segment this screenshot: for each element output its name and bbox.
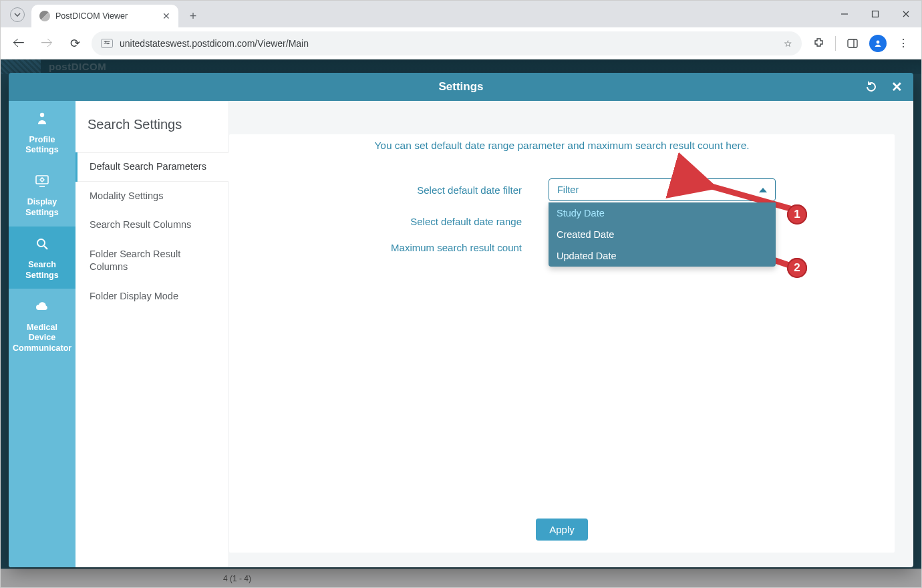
modal-body: Profile Settings Display Settings Search… [9,101,913,567]
annotation-marker-1: 1 [787,204,807,225]
address-bar[interactable]: unitedstateswest.postdicom.com/Viewer/Ma… [92,31,802,55]
modal-title: Settings [438,80,483,94]
person-icon [13,110,71,131]
annotation-marker-2: 2 [787,258,807,278]
svg-point-9 [40,113,44,117]
window-maximize-button[interactable] [860,1,891,27]
bookmark-star-icon[interactable]: ☆ [784,38,792,49]
svg-point-11 [41,178,43,181]
section-item-folder-display[interactable]: Folder Display Mode [75,282,228,311]
toolbar-divider [835,36,836,51]
modal-header: Settings ✕ [9,73,913,101]
svg-line-14 [44,246,47,249]
svg-point-4 [105,41,106,42]
browser-window: PostDICOM Viewer ✕ + 🡠 🡢 ⟳ unitedstatesw… [0,0,922,588]
option-updated-date[interactable]: Updated Date [549,245,776,267]
sidebar-label: Medical Device Communicator [13,323,71,353]
label-max-count: Maximum search result count [348,242,522,253]
settings-modal: Settings ✕ Profile Settings Display Sett… [9,73,913,567]
search-icon [13,236,71,257]
window-minimize-button[interactable] [829,1,860,27]
cloud-icon [13,298,71,319]
nav-forward-button[interactable]: 🡢 [35,32,58,55]
svg-point-8 [877,40,880,43]
sidebar-label: Profile Settings [25,135,58,155]
sidebar-label: Search Settings [25,260,58,280]
section-item-result-columns[interactable]: Search Result Columns [75,210,228,240]
window-close-button[interactable] [891,1,921,27]
settings-main-panel: You can set default date range parameter… [229,134,895,553]
svg-rect-6 [848,39,857,47]
section-item-folder-columns[interactable]: Folder Search Result Columns [75,240,228,282]
favicon [39,11,50,21]
label-date-range: Select default date range [348,216,522,227]
svg-point-13 [37,239,45,247]
nav-reload-button[interactable]: ⟳ [63,32,86,55]
section-column: Search Settings Default Search Parameter… [75,101,229,567]
browser-tab[interactable]: PostDICOM Viewer ✕ [31,5,178,27]
select-date-filter-field[interactable]: Filter [549,178,776,201]
select-date-filter-dropdown: Study Date Created Date Updated Date [549,202,776,267]
tabs-dropdown-button[interactable] [10,7,25,22]
modal-close-button[interactable]: ✕ [883,73,911,101]
sidebar-item-display[interactable]: Display Settings [9,164,75,227]
tab-close-icon[interactable]: ✕ [162,11,170,21]
section-item-modality[interactable]: Modality Settings [75,182,228,211]
browser-menu-button[interactable]: ⋮ [892,32,915,55]
nav-back-button[interactable]: 🡠 [7,32,30,55]
select-value: Filter [557,184,579,195]
section-item-default-params[interactable]: Default Search Parameters [75,152,228,182]
label-date-filter: Select default date filter [348,184,522,196]
form-area: Select default date filter Filter Study … [348,178,776,253]
apply-button[interactable]: Apply [536,519,588,541]
url-text: unitedstateswest.postdicom.com/Viewer/Ma… [120,38,309,49]
sidebar-item-search[interactable]: Search Settings [9,227,75,289]
extensions-icon[interactable] [807,32,830,55]
sidebar-label: Display Settings [25,197,58,217]
profile-avatar[interactable] [867,32,889,55]
sidebar-item-profile[interactable]: Profile Settings [9,101,75,164]
new-tab-button[interactable]: + [184,7,202,25]
row-date-filter: Select default date filter Filter Study … [348,178,776,201]
svg-point-5 [108,42,109,43]
side-panel-icon[interactable] [841,32,864,55]
option-study-date[interactable]: Study Date [549,202,776,224]
section-title: Search Settings [75,101,228,152]
select-date-filter: Filter Study Date Created Date Updated D… [549,178,776,201]
svg-rect-10 [36,176,48,184]
settings-description: You can set default date range parameter… [229,134,895,178]
section-list: Default Search Parameters Modality Setti… [75,152,228,311]
sidebar-item-device[interactable]: Medical Device Communicator [9,289,75,361]
chevron-up-icon [759,188,767,192]
option-created-date[interactable]: Created Date [549,224,776,245]
tab-title: PostDICOM Viewer [55,11,128,21]
site-settings-icon[interactable] [101,39,113,48]
settings-sidebar: Profile Settings Display Settings Search… [9,101,75,567]
page-viewport: postDICOM 4 (1 - 4) Settings ✕ Profile S… [1,59,921,587]
modal-refresh-button[interactable] [857,73,885,101]
browser-tab-strip: PostDICOM Viewer ✕ + [1,1,921,27]
monitor-icon [13,173,71,194]
svg-rect-1 [873,11,879,17]
window-controls [829,1,921,27]
browser-toolbar: 🡠 🡢 ⟳ unitedstateswest.postdicom.com/Vie… [1,27,921,59]
